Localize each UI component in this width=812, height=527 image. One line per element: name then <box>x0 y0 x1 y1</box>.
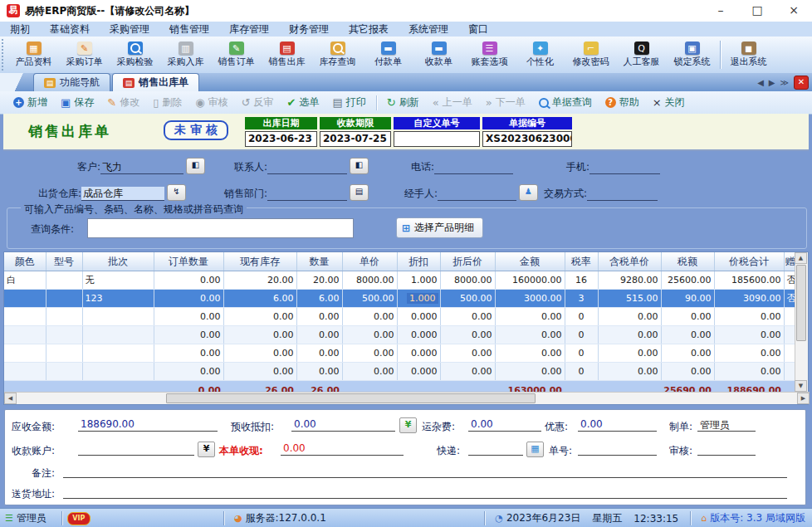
grid-row[interactable]: 0.000.000.000.000.0000.000.0000.000.000.… <box>4 308 797 326</box>
customer-field[interactable]: 飞力 <box>100 160 183 174</box>
grid-row[interactable]: 1230.006.006.00500.001.000500.003000.003… <box>4 290 797 308</box>
grid-cell[interactable]: 0.00 <box>296 344 342 363</box>
address-value[interactable] <box>63 486 787 499</box>
grid-cell[interactable]: 185600.00 <box>714 271 784 290</box>
grid-cell[interactable]: 0.00 <box>154 271 223 290</box>
grid-cell[interactable]: 0.00 <box>661 326 714 344</box>
grid-cell[interactable]: 20.00 <box>296 271 342 290</box>
grid-cell[interactable] <box>46 290 82 308</box>
toolbar-change-password-button[interactable]: ⌐修改密码 <box>565 38 616 71</box>
grid-cell[interactable]: 20.00 <box>223 271 296 290</box>
column-header[interactable]: 批次 <box>82 252 154 271</box>
outbound-date-value[interactable]: 2023-06-23 <box>245 131 317 147</box>
receivable-value[interactable]: 188690.00 <box>78 418 218 432</box>
grid-cell[interactable]: 0.000 <box>397 363 440 381</box>
grid-cell[interactable] <box>46 308 82 326</box>
print-button[interactable]: ▤打印 <box>326 94 373 112</box>
grid-cell[interactable]: 0.00 <box>223 363 296 381</box>
grid-cell[interactable]: 0.00 <box>661 363 714 381</box>
grid-row[interactable]: 0.000.000.000.000.0000.000.0000.000.000.… <box>4 363 797 381</box>
menu-item[interactable]: 基础资料 <box>40 22 100 37</box>
grid-cell[interactable] <box>46 271 82 290</box>
toolbar-payment-bill-button[interactable]: ▬付款单 <box>363 38 413 71</box>
warehouse-field[interactable]: 成品仓库 <box>81 187 164 201</box>
toolbar-sales-order-button[interactable]: ✎销售订单 <box>211 38 262 71</box>
phone-field[interactable] <box>434 160 513 174</box>
grid-cell[interactable]: 0.00 <box>495 363 565 381</box>
grid-cell[interactable]: 3000.00 <box>495 290 565 308</box>
close-button[interactable]: ×关闭 <box>646 94 692 112</box>
grid-cell[interactable] <box>82 326 154 344</box>
grid-cell[interactable]: 0.00 <box>440 326 495 344</box>
scroll-left-icon[interactable]: ◀ <box>4 393 17 404</box>
express-value[interactable] <box>468 442 523 456</box>
cash-now-value[interactable]: 0.00 <box>281 442 404 456</box>
column-header[interactable]: 订单数量 <box>154 252 223 271</box>
grid-cell[interactable] <box>46 363 82 381</box>
grid-cell[interactable]: 3 <box>565 290 598 308</box>
minimize-button[interactable]: – <box>702 0 739 22</box>
grid-cell[interactable]: 0.00 <box>342 363 397 381</box>
grid-cell[interactable]: 0.000 <box>397 344 440 363</box>
grid-cell[interactable]: 0.00 <box>342 344 397 363</box>
tab-sales-out-order[interactable]: ▤销售出库单 <box>112 73 199 91</box>
grid-cell[interactable]: 0 <box>565 363 598 381</box>
toolbar-product-info-button[interactable]: ▦产品资料 <box>8 38 59 71</box>
prepay-yen-icon[interactable]: ¥ <box>399 417 417 433</box>
grid-cell[interactable]: 0.00 <box>154 308 223 326</box>
column-header[interactable]: 型号 <box>46 252 82 271</box>
grid-cell[interactable]: 0.00 <box>440 308 495 326</box>
grid-cell[interactable]: 0.00 <box>296 308 342 326</box>
query-input[interactable] <box>87 218 354 238</box>
grid-cell[interactable]: 500.00 <box>342 290 397 308</box>
help-button[interactable]: ?帮助 <box>599 94 646 112</box>
column-header[interactable]: 税额 <box>661 252 714 271</box>
column-header[interactable]: 税率 <box>565 252 598 271</box>
tab-list-icon[interactable]: ≫ <box>780 78 789 87</box>
grid-cell[interactable]: 0.00 <box>661 308 714 326</box>
grid-cell[interactable]: 160000.00 <box>495 271 565 290</box>
vertical-scroll-thumb[interactable] <box>796 265 806 341</box>
toolbar-exit-system-button[interactable]: ◼退出系统 <box>723 38 774 71</box>
toolbar-stock-query-button[interactable]: 库存查询 <box>312 38 363 71</box>
grid-cell[interactable]: 0.00 <box>598 308 661 326</box>
discount-value[interactable]: 0.00 <box>578 418 657 432</box>
menu-item[interactable]: 期初 <box>0 22 40 37</box>
toolbar-personalize-button[interactable]: ✦个性化 <box>515 38 565 71</box>
department-picker-icon[interactable]: ▤ <box>350 184 369 201</box>
warehouse-picker-icon[interactable]: ↯ <box>167 184 186 201</box>
menu-item[interactable]: 采购管理 <box>100 22 159 37</box>
grid-cell[interactable] <box>46 344 82 363</box>
grid-cell[interactable] <box>4 344 46 363</box>
grid-cell[interactable]: 0.00 <box>495 344 565 363</box>
grid-cell[interactable]: 0.00 <box>154 363 223 381</box>
grid-cell[interactable]: 0 <box>565 326 598 344</box>
payment-deadline-value[interactable]: 2023-07-25 <box>320 131 391 147</box>
column-header[interactable]: 颜色 <box>4 252 46 271</box>
grid-cell[interactable]: 500.00 <box>440 290 495 308</box>
maximize-button[interactable]: □ <box>739 0 775 22</box>
toolbar-receipt-bill-button[interactable]: ▬收款单 <box>413 38 464 71</box>
toolbar-sales-out-button[interactable]: ▤销售出库 <box>262 38 312 71</box>
scroll-down-icon[interactable]: ▼ <box>795 380 807 392</box>
grid-cell[interactable]: 0.00 <box>223 344 296 363</box>
handler-field[interactable] <box>438 187 516 201</box>
tab-nav[interactable]: ▤功能导航 <box>33 73 110 91</box>
grid-cell[interactable]: 0 <box>565 308 598 326</box>
grid-cell[interactable]: 0.000 <box>397 326 440 344</box>
grid-cell[interactable]: 0.00 <box>342 326 397 344</box>
tab-scroll-right-icon[interactable]: ▶ <box>769 78 775 87</box>
doc-no-value[interactable]: XS202306230001 <box>482 131 572 147</box>
grid-cell[interactable]: 无 <box>82 271 154 290</box>
scroll-up-icon[interactable]: ▲ <box>795 252 807 264</box>
grid-cell[interactable]: 0.00 <box>714 326 784 344</box>
tab-close-button[interactable]: ✕ <box>794 76 809 90</box>
contact-field[interactable] <box>267 160 347 174</box>
toolbar-account-options-button[interactable]: ☰账套选项 <box>464 38 515 71</box>
grid-row[interactable]: 0.000.000.000.000.0000.000.0000.000.000.… <box>4 326 797 344</box>
grid-cell[interactable]: 25600.00 <box>661 271 714 290</box>
column-header[interactable]: 现有库存 <box>223 252 296 271</box>
grid-cell[interactable]: 16 <box>565 271 598 290</box>
grid-cell[interactable]: 9280.00 <box>598 271 661 290</box>
grid-cell[interactable]: 6.00 <box>296 290 342 308</box>
